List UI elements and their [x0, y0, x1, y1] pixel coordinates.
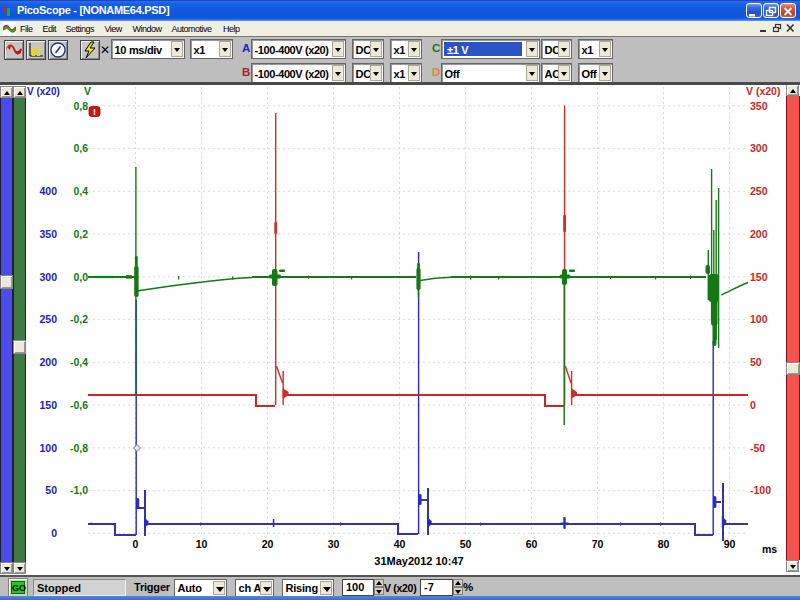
svg-text:40: 40 — [394, 538, 406, 550]
svg-text:0,0: 0,0 — [73, 271, 88, 283]
svg-text:-0,6: -0,6 — [70, 399, 88, 411]
svg-text:100: 100 — [39, 442, 57, 454]
svg-text:-0,4: -0,4 — [70, 356, 88, 368]
svg-text:50: 50 — [750, 356, 762, 368]
svg-text:400: 400 — [39, 185, 57, 197]
svg-text:50: 50 — [460, 538, 472, 550]
svg-text:150: 150 — [39, 399, 57, 411]
svg-text:V: V — [84, 85, 91, 97]
svg-text:V (x20): V (x20) — [746, 85, 780, 97]
svg-text:300: 300 — [39, 271, 57, 283]
svg-text:30: 30 — [328, 538, 340, 550]
svg-text:150: 150 — [750, 271, 768, 283]
svg-text:0: 0 — [750, 399, 756, 411]
svg-text:31May2012 10:47: 31May2012 10:47 — [374, 555, 463, 567]
svg-text:50: 50 — [45, 484, 57, 496]
svg-text:0,6: 0,6 — [73, 142, 88, 154]
svg-text:V (x20): V (x20) — [27, 86, 60, 97]
svg-text:90: 90 — [724, 538, 736, 550]
svg-text:100: 100 — [750, 313, 768, 325]
svg-text:250: 250 — [750, 185, 768, 197]
svg-text:300: 300 — [750, 142, 768, 154]
svg-text:!: ! — [93, 107, 96, 117]
svg-text:0,4: 0,4 — [73, 185, 88, 197]
svg-text:-0,2: -0,2 — [70, 313, 88, 325]
svg-text:-1,0: -1,0 — [70, 484, 88, 496]
svg-text:-0,8: -0,8 — [70, 442, 88, 454]
svg-text:-50: -50 — [750, 442, 765, 454]
svg-text:10: 10 — [196, 538, 208, 550]
svg-text:20: 20 — [262, 538, 274, 550]
svg-text:0,8: 0,8 — [73, 100, 88, 112]
svg-text:0,2: 0,2 — [73, 228, 88, 240]
svg-text:ms: ms — [762, 543, 777, 555]
svg-text:250: 250 — [39, 313, 57, 325]
svg-text:60: 60 — [526, 538, 538, 550]
svg-text:-100: -100 — [750, 484, 771, 496]
svg-text:70: 70 — [592, 538, 604, 550]
svg-text:200: 200 — [39, 356, 57, 368]
svg-text:350: 350 — [39, 228, 57, 240]
svg-text:350: 350 — [750, 100, 768, 112]
svg-text:0: 0 — [133, 538, 139, 550]
svg-text:200: 200 — [750, 228, 768, 240]
svg-text:0: 0 — [51, 527, 57, 539]
svg-text:80: 80 — [658, 538, 670, 550]
